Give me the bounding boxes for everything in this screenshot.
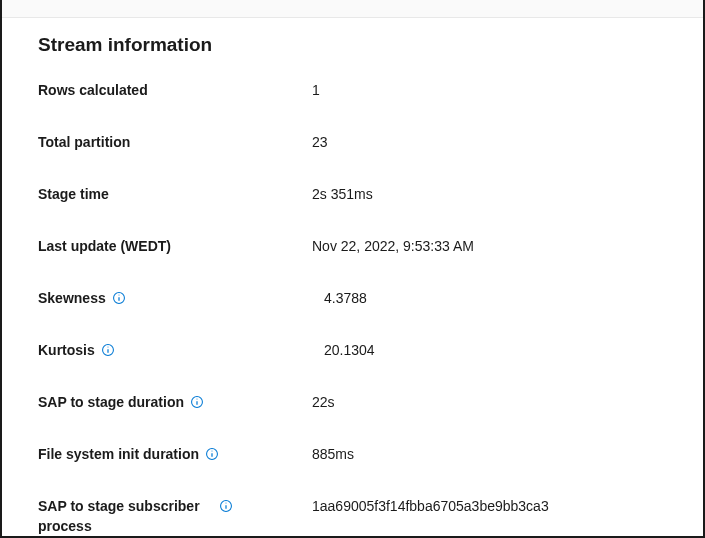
row-sap-to-stage-duration: SAP to stage duration 22s (38, 392, 667, 416)
svg-point-8 (196, 399, 197, 400)
value-file-system-init-duration: 885ms (286, 444, 667, 464)
row-last-update: Last update (WEDT) Nov 22, 2022, 9:53:33… (38, 236, 667, 260)
label-skewness: Skewness (38, 288, 106, 308)
row-skewness: Skewness 4.3788 (38, 288, 667, 312)
value-sap-to-stage-subscriber-process: 1aa69005f3f14fbba6705a3be9bb3ca3 (286, 496, 667, 516)
info-icon[interactable] (190, 395, 204, 409)
label-rows-calculated: Rows calculated (38, 80, 148, 100)
label-sap-to-stage-subscriber-process: SAP to stage subscriber process (38, 496, 213, 537)
info-icon[interactable] (219, 499, 233, 513)
row-file-system-init-duration: File system init duration 885ms (38, 444, 667, 468)
label-last-update: Last update (WEDT) (38, 236, 171, 256)
svg-point-2 (118, 295, 119, 296)
row-total-partition: Total partition 23 (38, 132, 667, 156)
row-rows-calculated: Rows calculated 1 (38, 80, 667, 104)
label-file-system-init-duration: File system init duration (38, 444, 199, 464)
value-rows-calculated: 1 (286, 80, 667, 100)
value-total-partition: 23 (286, 132, 667, 152)
info-icon[interactable] (112, 291, 126, 305)
value-sap-to-stage-duration: 22s (286, 392, 667, 412)
panel-title: Stream information (38, 34, 667, 56)
svg-point-5 (107, 347, 108, 348)
label-stage-time: Stage time (38, 184, 109, 204)
svg-point-11 (212, 451, 213, 452)
row-stage-time: Stage time 2s 351ms (38, 184, 667, 208)
value-last-update: Nov 22, 2022, 9:53:33 AM (286, 236, 667, 256)
value-skewness: 4.3788 (286, 288, 667, 308)
info-icon[interactable] (205, 447, 219, 461)
value-stage-time: 2s 351ms (286, 184, 667, 204)
svg-point-14 (225, 503, 226, 504)
label-kurtosis: Kurtosis (38, 340, 95, 360)
stream-information-panel: Stream information Rows calculated 1 Tot… (2, 18, 703, 538)
top-bar (2, 0, 703, 18)
label-total-partition: Total partition (38, 132, 130, 152)
row-sap-to-stage-subscriber-process: SAP to stage subscriber process 1aa69005… (38, 496, 667, 537)
info-icon[interactable] (101, 343, 115, 357)
value-kurtosis: 20.1304 (286, 340, 667, 360)
row-kurtosis: Kurtosis 20.1304 (38, 340, 667, 364)
label-sap-to-stage-duration: SAP to stage duration (38, 392, 184, 412)
